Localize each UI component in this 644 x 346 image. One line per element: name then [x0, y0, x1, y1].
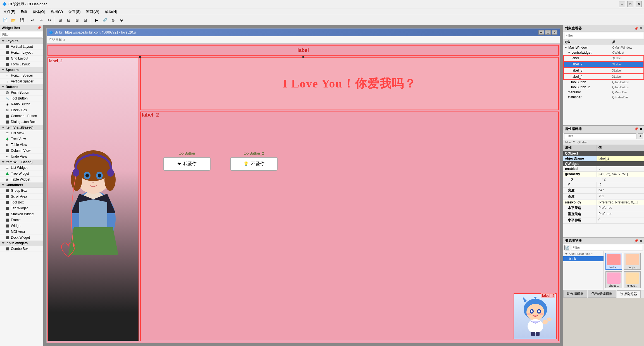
menu-help[interactable]: 帮助(H) — [102, 9, 119, 15]
widget-tree-widget[interactable]: 🌲 Tree Widget — [0, 171, 43, 177]
prop-row-x[interactable]: X 42 — [563, 177, 644, 182]
widget-tree-view[interactable]: 🌲 Tree View — [0, 136, 43, 142]
category-layouts[interactable]: Layouts — [0, 39, 43, 44]
category-buttons[interactable]: Buttons — [0, 84, 43, 90]
prop-row-y[interactable]: Y -2 — [563, 182, 644, 188]
prop-row-enabled[interactable]: enabled ✓ — [563, 166, 644, 172]
new-button[interactable]: 📄 — [1, 16, 9, 24]
redo-button[interactable]: ↪ — [37, 16, 45, 24]
widget-vertical-layout[interactable]: ⬛ Vertical Layout — [0, 44, 43, 50]
tab-action-editor[interactable]: 动作编辑器 — [563, 290, 587, 298]
resource-thumb-back-icon[interactable]: back-i... — [605, 253, 622, 270]
prop-row-geometry[interactable]: geometry [(42, -2), 547 x 751] — [563, 172, 644, 177]
prop-editor-close-icon[interactable]: ✕ — [640, 127, 642, 131]
widget-dialog-button-box[interactable]: ⬛ Dialog ...ton Box — [0, 119, 43, 125]
prop-row-width[interactable]: 宽度 547 — [563, 188, 644, 194]
widget-mdi-area[interactable]: ⬛ MDI Area — [0, 229, 43, 235]
widget-scroll-area[interactable]: ⬛ Scroll Area — [0, 194, 43, 200]
widget-horizontal-layout[interactable]: ⬛ Horiz... Layout — [0, 50, 43, 56]
widget-check-box[interactable]: ☑ Check Box — [0, 107, 43, 113]
tab-resource-browser[interactable]: 资源浏览器 — [617, 290, 641, 298]
obj-filter-input[interactable] — [564, 33, 643, 38]
widget-tab-widget[interactable]: ⬛ Tab Widget — [0, 205, 43, 211]
buddy-button[interactable]: ⊗ — [118, 16, 125, 24]
widget-combo-box[interactable]: ⬛ Combo Box — [0, 246, 43, 252]
widget-radio-button[interactable]: ◉ Radio Button — [0, 101, 43, 107]
widget-dock-widget[interactable]: ⬛ Dock Widget — [0, 235, 43, 241]
minimize-button[interactable]: ─ — [619, 1, 625, 7]
layout-g-button[interactable]: ⊠ — [73, 16, 81, 24]
widget-undo-view[interactable]: ↩ Undo View — [0, 154, 43, 160]
prop-row-vpolicy[interactable]: 垂直策略 Preferred — [563, 211, 644, 217]
designer-maximize-button[interactable]: □ — [545, 30, 551, 35]
obj-row-label[interactable]: label QLabel — [563, 55, 644, 61]
widget-list-widget[interactable]: ☰ List Widget — [0, 165, 43, 171]
tab-button[interactable]: ⊕ — [109, 16, 117, 24]
resource-refresh-button[interactable]: 🔄 — [564, 245, 570, 250]
cut-button[interactable]: ✂ — [46, 16, 53, 24]
resource-filter-input[interactable] — [571, 245, 643, 250]
designer-minimize-button[interactable]: ─ — [538, 30, 544, 35]
obj-row-toolbutton[interactable]: toolButton QToolButton — [563, 80, 644, 85]
category-containers[interactable]: Containers — [0, 183, 43, 188]
widget-column-view[interactable]: ⬛ Column View — [0, 148, 43, 154]
obj-inspector-close-icon[interactable]: ✕ — [640, 27, 642, 30]
open-button[interactable]: 📂 — [9, 16, 17, 24]
connect-button[interactable]: 🔗 — [101, 16, 109, 24]
category-item-views[interactable]: Item Vie...(Based) — [0, 125, 43, 130]
prop-row-sizepolicy[interactable]: sizePolicy [Preferred, Preferred, 0,...] — [563, 200, 644, 205]
widget-tool-box[interactable]: ⬛ Tool Box — [0, 200, 43, 205]
widget-command-button[interactable]: ⬛ Comman...Button — [0, 113, 43, 119]
resource-thumb-choos2[interactable]: choos... — [624, 271, 641, 288]
widget-table-view[interactable]: ⊞ Table View — [0, 142, 43, 148]
widget-h-spacer[interactable]: ↔ Horiz... Spacer — [0, 73, 43, 79]
menu-form[interactable]: 窗体(O) — [30, 9, 47, 15]
widget-widget[interactable]: ⬛ Widget — [0, 223, 43, 229]
resource-thumb-choos1[interactable]: choos... — [605, 271, 622, 288]
preview-button[interactable]: ▶ — [92, 16, 100, 24]
obj-row-mainwindow[interactable]: MainWindow QMainWindow — [563, 45, 644, 50]
designer-close-button[interactable]: ✕ — [552, 30, 557, 35]
menu-edit[interactable]: Edit — [19, 9, 29, 14]
prop-row-height[interactable]: 高度 751 — [563, 194, 644, 200]
obj-row-label2[interactable]: label_2 QLabel — [563, 61, 644, 67]
widget-tool-button[interactable]: 🔧 Tool Button — [0, 96, 43, 101]
category-item-widgets[interactable]: Item Wi...-Based) — [0, 160, 43, 165]
obj-row-centralwidget[interactable]: centralwidget QWidget — [563, 50, 644, 55]
widget-group-box[interactable]: ⬛ Group Box — [0, 188, 43, 194]
resource-thumb-baby[interactable]: baby-... — [624, 253, 641, 270]
menu-window[interactable]: 窗口(W) — [84, 9, 101, 15]
widget-push-button[interactable]: 🔘 Push Button — [0, 90, 43, 96]
save-button[interactable]: 💾 — [18, 16, 26, 24]
widget-list-view[interactable]: ☰ List View — [0, 130, 43, 136]
widget-v-spacer[interactable]: ↕ Vertical Spacer — [0, 79, 43, 84]
prop-row-hpolicy[interactable]: 水平策略 Preferred — [563, 205, 644, 211]
prop-row-objectname[interactable]: objectName label_2 — [563, 156, 644, 161]
widget-filter-input[interactable] — [1, 32, 42, 37]
obj-row-toolbutton2[interactable]: toolButton_2 QToolButton — [563, 85, 644, 90]
tool-button-2[interactable]: 💡 不爱你 — [230, 157, 278, 171]
prop-add-button[interactable]: + — [638, 133, 643, 139]
resource-close-icon[interactable]: ✕ — [640, 239, 642, 243]
layout-v-button[interactable]: ⊟ — [65, 16, 73, 24]
widget-stacked-widget[interactable]: ⬛ Stacked Widget — [0, 211, 43, 217]
widget-frame[interactable]: ⬛ Frame — [0, 217, 43, 223]
prop-filter-input[interactable] — [564, 133, 636, 139]
maximize-button[interactable]: □ — [627, 1, 633, 7]
obj-row-statusbar[interactable]: statusbar QStatusBar — [563, 95, 644, 100]
layout-h-button[interactable]: ⊞ — [56, 16, 64, 24]
menu-settings[interactable]: 设置(S) — [66, 9, 83, 15]
layout-f-button[interactable]: ⊡ — [82, 16, 89, 24]
undo-button[interactable]: ↩ — [29, 16, 37, 24]
widget-table-widget[interactable]: ⊞ Table Widget — [0, 177, 43, 183]
obj-row-label3[interactable]: label_3 QLabel — [563, 67, 644, 74]
menu-view[interactable]: 视图(V) — [49, 9, 65, 15]
tab-signal-slot-editor[interactable]: 信号/槽编辑器 — [588, 290, 616, 298]
prop-row-hstretch[interactable]: 水平伸展 0 — [563, 217, 644, 224]
obj-row-menubar[interactable]: menubar QMenuBar — [563, 90, 644, 95]
widget-grid-layout[interactable]: ⬛ Grid Layout — [0, 56, 43, 61]
tool-button-1[interactable]: ❤ 我爱你 — [163, 157, 211, 171]
canvas[interactable]: label label_2 — [47, 44, 560, 343]
obj-row-label4[interactable]: label_4 QLabel — [563, 74, 644, 80]
menu-file[interactable]: 文件(F) — [1, 9, 18, 15]
